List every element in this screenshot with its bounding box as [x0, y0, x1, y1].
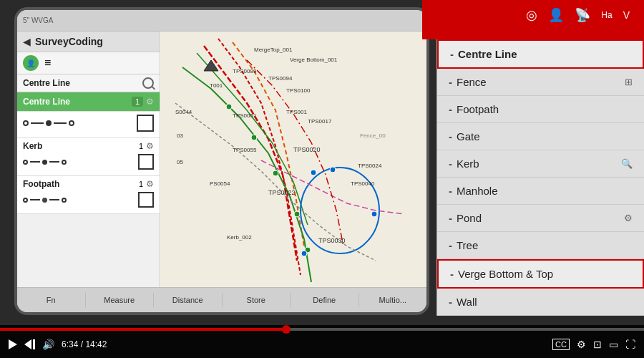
screen-size-label: 5" WVGA	[23, 16, 53, 24]
toolbar-measure[interactable]: Measure	[86, 293, 155, 307]
dash-4: -	[449, 158, 452, 170]
menu-item-centre-line[interactable]: - Centre Line	[437, 39, 644, 69]
kerb-search-icon[interactable]: 🔍	[621, 158, 633, 169]
footpath-line-symbol	[23, 198, 67, 203]
menu-item-footpath[interactable]: - Footpath	[437, 96, 644, 123]
dot-3	[69, 120, 74, 126]
survey-header: ◀ SurveyCoding	[17, 32, 160, 52]
dot-2	[46, 120, 52, 126]
svg-text:TPS0094: TPS0094	[268, 75, 293, 82]
target-icon[interactable]: ◎	[526, 7, 537, 23]
menu-item-gate[interactable]: - Gate	[437, 123, 644, 150]
dash-1: -	[449, 76, 452, 88]
current-time: 6:34	[62, 339, 78, 349]
controls-row: 🔊 6:34 / 14:42 CC ⚙ ⊡ ▭ ⛶	[0, 331, 644, 358]
menu-label-wall: Wall	[457, 296, 477, 308]
svg-text:S0044: S0044	[175, 109, 192, 115]
kerb-symbol-box	[138, 154, 154, 170]
progress-bar[interactable]	[0, 328, 644, 331]
svg-point-9	[330, 167, 336, 173]
svg-point-8	[311, 170, 316, 175]
fp-line-1	[30, 199, 40, 200]
dash-9: -	[449, 296, 452, 308]
menu-item-manhole[interactable]: - Manhole	[437, 178, 644, 205]
play-icon	[9, 339, 17, 349]
device-frame: 5" WVGA ◀ SurveyCoding 👤 ≡ Centre Line	[14, 7, 429, 315]
menu-item-tree[interactable]: - Tree	[437, 232, 644, 259]
map-area[interactable]: MergeTop_001 Verge Bottom_001 T001 TPS00…	[160, 32, 426, 289]
menu-label-fence: Fence	[457, 76, 487, 88]
kerb-label: Kerb	[23, 141, 139, 151]
toolbar-multio[interactable]: Multio...	[359, 293, 427, 307]
kerb-gear-icon[interactable]: ⚙	[146, 141, 154, 151]
line-symbol	[23, 120, 74, 126]
toolbar-fn[interactable]: Fn	[17, 293, 86, 307]
svg-text:05: 05	[177, 159, 183, 165]
footpath-count: 1	[139, 180, 143, 188]
user-icon[interactable]: 👤	[23, 55, 39, 71]
antenna-icon[interactable]: 📡	[575, 7, 590, 23]
menu-item-verge-bottom[interactable]: - Verge Bottom & Top	[437, 259, 644, 289]
dash-8: -	[450, 268, 454, 280]
survey-icons-row: 👤 ≡	[17, 52, 160, 74]
footpath-gear-icon[interactable]: ⚙	[146, 179, 154, 189]
theatre-button[interactable]: ▭	[609, 339, 618, 350]
fp-dot-3	[62, 198, 67, 203]
svg-text:03: 03	[177, 132, 183, 139]
person-icon[interactable]: 👤	[548, 7, 564, 23]
layers-icon[interactable]: ≡	[44, 57, 51, 69]
footpath-symbol-box	[138, 192, 154, 208]
dash-7: -	[449, 239, 452, 251]
pond-gear-icon[interactable]: ⚙	[624, 213, 633, 223]
skip-button[interactable]	[24, 339, 35, 349]
survey-panel: ◀ SurveyCoding 👤 ≡ Centre Line Centre Li…	[17, 32, 160, 289]
menu-item-wall[interactable]: - Wall	[437, 289, 644, 316]
code-item-centre-line[interactable]: Centre Line 1 ⚙	[17, 92, 160, 112]
toolbar-store[interactable]: Store	[223, 293, 291, 307]
svg-text:TPS0089: TPS0089	[233, 68, 257, 74]
toolbar-define[interactable]: Define	[291, 293, 359, 307]
svg-point-11	[301, 251, 307, 256]
svg-text:Fence_00: Fence_00	[360, 132, 386, 139]
code-item-label: Centre Line	[23, 97, 132, 107]
gear-icon-0[interactable]: ⚙	[146, 97, 154, 107]
progress-knob[interactable]	[282, 325, 291, 334]
play-button[interactable]	[9, 339, 17, 349]
fp-dot-1	[23, 198, 28, 203]
volume-button[interactable]: 🔊	[42, 339, 54, 350]
back-button[interactable]: ◀	[23, 36, 31, 47]
settings-button[interactable]: ⚙	[577, 339, 586, 350]
menu-item-fence[interactable]: - Fence ⊞	[437, 69, 644, 96]
fullscreen-button[interactable]: ⛶	[625, 339, 635, 350]
total-time: 14:42	[85, 339, 107, 349]
kerb-dot-1	[23, 160, 28, 165]
menu-item-pond[interactable]: - Pond ⚙	[437, 205, 644, 232]
fp-dot-2	[42, 198, 47, 203]
dash-6: -	[449, 212, 452, 224]
device-topbar: 5" WVGA	[17, 10, 426, 32]
ha-label: Ha	[601, 10, 612, 20]
video-container: ◎ 👤 📡 Ha V 5" WVGA ◀ SurveyCoding 👤 ≡	[0, 0, 644, 358]
kerb-line-1	[30, 161, 40, 163]
code-badge: 1	[132, 97, 143, 107]
svg-text:TPS0020: TPS0020	[293, 146, 321, 153]
progress-fill	[0, 328, 286, 331]
toolbar-distance[interactable]: Distance	[154, 293, 223, 307]
svg-point-6	[294, 211, 300, 217]
svg-point-5	[273, 170, 278, 176]
skip-bar	[33, 339, 35, 349]
volume-icon: 🔊	[42, 339, 54, 350]
menu-item-kerb[interactable]: - Kerb 🔍	[437, 150, 644, 178]
svg-text:PS0054: PS0054	[210, 180, 230, 187]
search-icon[interactable]	[142, 77, 154, 89]
miniplayer-button[interactable]: ⊡	[593, 339, 602, 350]
svg-text:T001: T001	[210, 82, 223, 89]
svg-text:Verge Bottom_001: Verge Bottom_001	[290, 57, 338, 63]
time-display: 6:34 / 14:42	[62, 339, 107, 349]
svg-text:TPS0017: TPS0017	[308, 118, 332, 125]
svg-text:TPS0061: TPS0061	[233, 112, 257, 119]
footpath-symbol-row	[23, 192, 154, 211]
kerb-header: Kerb 1 ⚙	[23, 138, 154, 154]
captions-button[interactable]: CC	[552, 339, 570, 350]
footpath-header: Footpath 1 ⚙	[23, 176, 154, 192]
